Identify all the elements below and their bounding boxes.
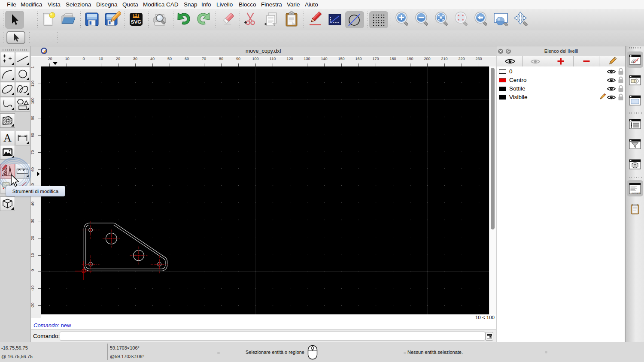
svg-text:command: command <box>632 192 640 194</box>
svg-text:SVG: SVG <box>131 19 141 24</box>
